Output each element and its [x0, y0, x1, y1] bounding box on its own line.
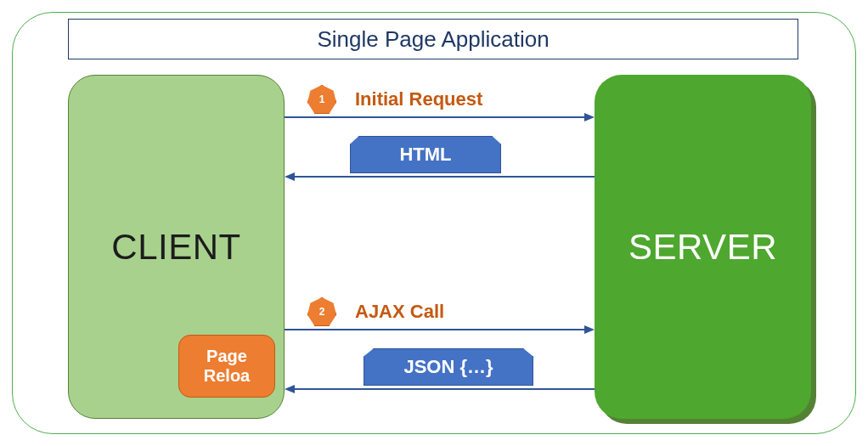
json-chip-label: JSON {…} — [403, 356, 493, 378]
client-label: CLIENT — [111, 227, 240, 268]
server-front: SERVER — [595, 75, 811, 419]
page-reload-label: Page Reloa — [184, 347, 269, 386]
server-box: SERVER — [595, 75, 811, 419]
step-1-label: Initial Request — [355, 88, 482, 110]
title-box: Single Page Application — [68, 19, 798, 59]
server-label: SERVER — [628, 227, 777, 268]
page-reload-box: Page Reloa — [178, 335, 275, 398]
diagram-canvas: Single Page Application CLIENT SERVER 1 … — [0, 0, 868, 446]
step-2-number: 2 — [319, 306, 325, 318]
html-chip: HTML — [350, 136, 501, 173]
html-chip-label: HTML — [399, 144, 451, 166]
step-1-number: 1 — [319, 93, 325, 105]
step-2-label: AJAX Call — [355, 301, 444, 323]
page-title: Single Page Application — [317, 26, 549, 53]
json-chip: JSON {…} — [364, 348, 533, 386]
